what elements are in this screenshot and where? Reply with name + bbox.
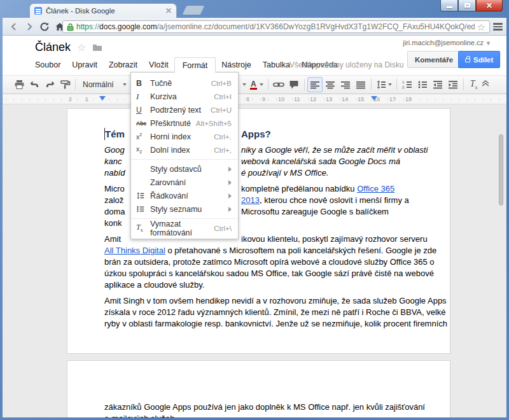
menu-item-superscript[interactable]: x2Horní indexCtrl+. [131, 130, 238, 143]
share-button[interactable]: Sdílet [458, 51, 500, 68]
menu-item-clear-formatting[interactable]: TxVymazat formátováníCtrl+\ [131, 221, 238, 235]
ruler-number: 15 [358, 96, 364, 102]
ruler-number: 17 [389, 96, 396, 102]
menu-vložit[interactable]: Vložit [143, 57, 174, 73]
text-line: úzkou spolupráci s kancelářskou sadou MS… [104, 268, 426, 279]
print-button[interactable] [11, 77, 27, 92]
browser-tab[interactable]: Článek - Disk Google ✕ [29, 3, 177, 18]
insert-link-button[interactable] [271, 77, 286, 92]
link[interactable]: Office 365 [357, 184, 394, 193]
menu-item-strikethrough[interactable]: AbcPřeškrtnutéAlt+Shift+5 [131, 116, 238, 130]
menu-item-shortcut: Ctrl+U [211, 106, 232, 114]
window-controls: ✕ [440, 0, 503, 11]
menu-formát[interactable]: Formát [174, 57, 216, 73]
italic-icon: I [136, 92, 150, 102]
menu-item-shortcut: Ctrl+B [211, 80, 232, 87]
menu-item-align[interactable]: Zarovnání [131, 176, 238, 189]
reload-button[interactable] [37, 19, 52, 34]
submenu-arrow-icon [228, 167, 232, 172]
font-size-dropdown-arrow[interactable] [242, 83, 246, 86]
page-2[interactable]: zákazníků Google Apps používá jen jako d… [67, 360, 450, 417]
account-email[interactable]: jiri.macich@jsemonline.cz ▼ [403, 39, 491, 46]
comments-button[interactable]: Komentáře [407, 51, 461, 68]
redo-button[interactable] [42, 77, 57, 92]
underline-icon: U [136, 106, 150, 115]
close-button[interactable]: ✕ [476, 0, 503, 11]
forward-button[interactable] [22, 19, 37, 34]
menu-item-line-spacing[interactable]: Řádkování [131, 189, 238, 202]
star-document-icon[interactable]: ☆ [77, 41, 86, 53]
page-1[interactable]: TémApps?Googniky a Google věří, že se mů… [67, 108, 450, 354]
text-span: získala v roce 2012 řadu významných klie… [104, 307, 446, 317]
ruler-number: 12 [310, 96, 316, 102]
bookmark-star-icon[interactable]: ☆ [477, 22, 485, 32]
menu-item-subscript[interactable]: x2Dolní indexCtrl+, [131, 143, 238, 157]
chrome-menu-button[interactable] [493, 23, 503, 31]
align-right-button[interactable] [338, 77, 353, 92]
close-icon: ✕ [486, 1, 492, 10]
menu-item-paragraph-styles[interactable]: Styly odstavců [131, 162, 238, 176]
menu-soubor[interactable]: Soubor [29, 57, 66, 73]
decrease-indent-button[interactable] [430, 77, 445, 92]
text-span: ikovou klientelu, poskytl zajímavý rozho… [241, 234, 428, 244]
insert-comment-button[interactable] [286, 77, 302, 92]
text-line: Amit Singh v tom ovšem hendikep nevidí a… [104, 295, 426, 307]
clear-formatting-button[interactable]: Tx [466, 77, 482, 92]
menu-nástroje[interactable]: Nástroje [216, 57, 257, 73]
url-bar[interactable]: https://docs.google.com/a/jsemonline.cz/… [62, 20, 490, 33]
text-span: kanc [104, 157, 122, 166]
maximize-icon [464, 3, 470, 8]
menu-item-italic[interactable]: IKurzivaCtrl+I [131, 90, 238, 103]
ruler-number: 8 [246, 96, 249, 102]
menu-item-label: Přeškrtnuté [150, 119, 196, 128]
align-center-icon [325, 80, 335, 90]
align-left-button[interactable] [307, 77, 323, 92]
menu-item-label: Horní index [150, 132, 214, 141]
justify-button[interactable] [353, 77, 368, 92]
maximize-button[interactable] [458, 0, 476, 11]
paragraph-style-dropdown[interactable]: Normální [78, 77, 131, 92]
undo-button[interactable] [27, 77, 42, 92]
menu-item-bold[interactable]: BTučněCtrl+B [131, 76, 238, 90]
share-lock-icon [465, 59, 470, 62]
paragraph: Amit Singh v tom ovšem hendikep nevidí a… [104, 295, 426, 330]
menu-upravit[interactable]: Upravit [66, 57, 103, 73]
https-lock-icon [67, 23, 74, 31]
back-button[interactable] [6, 19, 22, 34]
left-indent-marker[interactable] [99, 96, 106, 101]
document-title[interactable]: Článek [35, 41, 71, 54]
clearformat-icon: Tx [136, 223, 150, 233]
folder-icon[interactable] [92, 43, 102, 52]
text-span: doma [104, 207, 125, 216]
ruler[interactable]: 2189101112131415161718 [3, 94, 506, 104]
new-tab-button[interactable] [183, 6, 205, 15]
text-span: Tém [105, 129, 125, 139]
minimize-button[interactable] [440, 0, 458, 11]
increase-indent-button[interactable] [445, 77, 461, 92]
text-color-button[interactable]: A [248, 77, 265, 92]
vertical-scrollbar-thumb[interactable] [499, 134, 503, 206]
save-status[interactable]: Všechny změny uloženy na Disku [289, 60, 403, 69]
submenu-arrow-icon [228, 180, 232, 185]
menu-item-label: Styly seznamu [150, 205, 228, 214]
line-spacing-button[interactable] [374, 77, 394, 92]
collapse-toolbar-button[interactable] [481, 79, 490, 90]
tab-close-icon[interactable]: ✕ [165, 8, 172, 14]
align-center-button[interactable] [323, 77, 338, 92]
link[interactable]: All Thinks Digital [104, 246, 165, 255]
text-span: aplikace a cloudové služby. [104, 280, 204, 290]
bulleted-list-button[interactable] [415, 77, 430, 92]
menu-item-label: Řádkování [150, 192, 228, 200]
right-indent-marker[interactable] [371, 96, 377, 101]
link[interactable]: 2013 [241, 195, 260, 205]
text-span: založ [104, 195, 123, 205]
menu-item-underline[interactable]: UPodtržený textCtrl+U [131, 103, 238, 116]
chevron-down-icon [123, 83, 127, 86]
paint-format-button[interactable] [57, 77, 73, 92]
menu-zobrazit[interactable]: Zobrazit [103, 57, 143, 73]
text-span: Apps? [241, 129, 271, 139]
menu-item-list-styles[interactable]: Styly seznamu [131, 202, 238, 216]
text-line: aplikace a cloudové služby. [104, 279, 426, 291]
text-span: kompletně předělanou nabídku [241, 184, 357, 193]
numbered-list-button[interactable]: 1.2. [400, 77, 415, 92]
